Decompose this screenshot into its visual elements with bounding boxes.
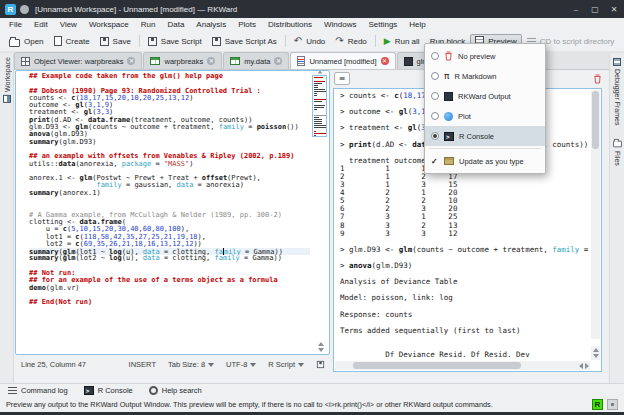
editor-statusbar: Line 25, Column 47 INSERT Tab Size: 8 UT… xyxy=(15,356,331,373)
tab-size-select[interactable]: Tab Size: 8 xyxy=(168,359,214,370)
insert-mode[interactable]: INSERT xyxy=(129,360,156,369)
console-line: Terms added sequentially (first to last) xyxy=(340,327,590,335)
code-line[interactable]: demo(glm.vr) xyxy=(29,285,310,292)
r-engine-status-badge: R xyxy=(592,399,603,410)
script-editor[interactable]: ## Example code taken from the glm() hel… xyxy=(15,70,330,355)
toolbar-separator xyxy=(285,35,286,47)
scroll-down-icon[interactable] xyxy=(318,348,324,352)
scroll-up-icon[interactable] xyxy=(593,348,599,352)
menu-item-no-preview[interactable]: No preview xyxy=(425,46,545,66)
data-table-icon xyxy=(230,57,240,65)
scroll-up-icon[interactable] xyxy=(318,342,324,346)
editor-scroll-steppers[interactable] xyxy=(318,342,324,352)
code-line[interactable]: summary(anorex.1) xyxy=(29,190,310,197)
radio-icon xyxy=(431,52,439,60)
tab-object-viewer-warpbreaks[interactable]: Object Viewer: warpbreaks✕ xyxy=(14,52,142,69)
menu-help[interactable]: Help xyxy=(403,20,431,29)
minimize-button[interactable]: – xyxy=(571,5,581,14)
maximize-button[interactable]: ▢ xyxy=(590,5,600,14)
toolbar-button-open[interactable]: Open xyxy=(4,34,49,49)
toolview-button-command-log[interactable]: Command log xyxy=(8,386,68,395)
menu-data[interactable]: Data xyxy=(161,20,190,29)
interrupt-command-button[interactable] xyxy=(607,399,618,410)
scrollbar-thumb[interactable] xyxy=(592,91,599,149)
update-icon xyxy=(444,157,454,165)
redo-icon: ↷ xyxy=(335,36,343,46)
console-line: Analysis of Deviance Table xyxy=(340,278,590,286)
window-title: [Unnamed Workspace] - Unnamed [modified]… xyxy=(35,5,237,14)
toolbar-separator xyxy=(139,35,140,47)
menu-settings[interactable]: Settings xyxy=(362,20,403,29)
tab-unnamed-modified-[interactable]: Unnamed [modified]✕ xyxy=(290,52,395,69)
cursor-position: Line 25, Column 47 xyxy=(21,360,86,369)
toolbar-button-save-script[interactable]: Save Script xyxy=(143,35,207,48)
vertical-scroll-steppers[interactable] xyxy=(591,346,600,360)
sidebar-tab-workspace[interactable]: Workspace xyxy=(3,57,11,103)
menu-item-r-console[interactable]: >R Console xyxy=(425,126,545,146)
editor-scroll-up-icon[interactable] xyxy=(318,70,323,73)
console-line: > anova(glm.D93) xyxy=(340,262,590,270)
console-icon: > xyxy=(444,132,454,141)
menu-run[interactable]: Run xyxy=(135,20,162,29)
toolview-button-r-console[interactable]: >R Console xyxy=(84,386,133,395)
toolbar-button-create[interactable]: Create xyxy=(49,34,95,48)
menu-edit[interactable]: Edit xyxy=(28,20,54,29)
toolbar-button-save[interactable]: Save xyxy=(95,35,136,48)
undo-icon: ↶ xyxy=(294,36,302,46)
menu-item-r-markdown[interactable]: πR Markdown xyxy=(425,66,545,86)
sidebar-tab-debugger-frames[interactable]: Debugger Frames xyxy=(613,58,621,125)
menu-item-plot[interactable]: Plot xyxy=(425,106,545,126)
tab-my-data[interactable]: my.data✕ xyxy=(223,52,289,69)
toolbar-button-run-all[interactable]: ▶Run all xyxy=(379,35,425,48)
sidebar-tab-files[interactable]: Files xyxy=(612,137,623,166)
open-icon xyxy=(9,36,20,47)
radio-icon xyxy=(431,132,439,140)
editor-code-area[interactable]: ## Example code taken from the glm() hel… xyxy=(29,73,310,353)
tab-close-icon[interactable]: ✕ xyxy=(127,57,135,65)
scroll-left-icon[interactable] xyxy=(579,363,583,369)
preview-menu-button[interactable]: ≡ xyxy=(334,72,350,85)
r-script-icon xyxy=(297,56,305,66)
toolview-button-help-search[interactable]: Help search xyxy=(149,386,202,395)
editor-minimap[interactable] xyxy=(312,75,327,137)
new-doc-icon xyxy=(54,36,62,46)
menu-item-rkward-output[interactable]: RKWard Output xyxy=(425,86,545,106)
code-line[interactable]: ## End(Not run) xyxy=(29,299,310,306)
toolbar-button-redo[interactable]: ↷Redo xyxy=(330,34,372,48)
menu-item-update-as-you-type[interactable]: ✓Update as you type xyxy=(425,151,545,171)
scrollbar-thumb[interactable] xyxy=(353,362,521,369)
menu-workspace[interactable]: Workspace xyxy=(83,20,135,29)
preview-dropdown-menu: No previewπR MarkdownRKWard OutputPlot>R… xyxy=(424,43,546,174)
tab-close-icon[interactable]: ✕ xyxy=(207,57,215,65)
code-line[interactable]: summary(glm(lot2 ~ log(u), data = clotti… xyxy=(29,255,310,262)
menu-view[interactable]: View xyxy=(54,20,83,29)
horizontal-scrollbar[interactable] xyxy=(335,361,590,370)
code-line[interactable]: ## Example code taken from the glm() hel… xyxy=(29,73,310,80)
tab-close-icon[interactable]: ✕ xyxy=(381,57,389,65)
scroll-right-icon[interactable] xyxy=(585,363,589,369)
tab-warpbreaks[interactable]: warpbreaks✕ xyxy=(143,52,222,69)
console-line xyxy=(340,335,590,343)
menu-distributions[interactable]: Distributions xyxy=(262,20,318,29)
trash-icon xyxy=(444,51,453,61)
menu-plots[interactable]: Plots xyxy=(232,20,262,29)
scroll-down-icon[interactable] xyxy=(593,354,599,358)
menu-file[interactable]: File xyxy=(3,20,28,29)
tab-close-icon[interactable]: ✕ xyxy=(274,57,282,65)
code-line[interactable]: lot2 = c(69,35,26,21,18,16,13,12,12)) xyxy=(29,241,310,248)
discard-preview-trash-icon[interactable] xyxy=(593,74,602,84)
encoding-select[interactable]: UTF-8 xyxy=(226,359,256,370)
vertical-scrollbar[interactable] xyxy=(591,90,600,339)
data-table-icon xyxy=(150,57,160,65)
menu-windows[interactable]: Windows xyxy=(318,20,362,29)
toolbar-button-save-script-as[interactable]: Save Script As xyxy=(207,35,282,48)
toolbar-button-undo[interactable]: ↶Undo xyxy=(289,34,331,48)
code-line[interactable]: utils::data(anorexia, package = "MASS") xyxy=(29,161,310,168)
code-line[interactable]: summary(glm.D93) xyxy=(29,139,310,146)
menu-analysis[interactable]: Analysis xyxy=(190,20,232,29)
object-viewer-icon xyxy=(21,57,30,66)
close-button[interactable]: ✕ xyxy=(609,5,619,14)
code-line[interactable] xyxy=(29,197,310,204)
filetype-select[interactable]: R Script xyxy=(268,359,304,370)
save-status-icon[interactable] xyxy=(316,360,325,369)
